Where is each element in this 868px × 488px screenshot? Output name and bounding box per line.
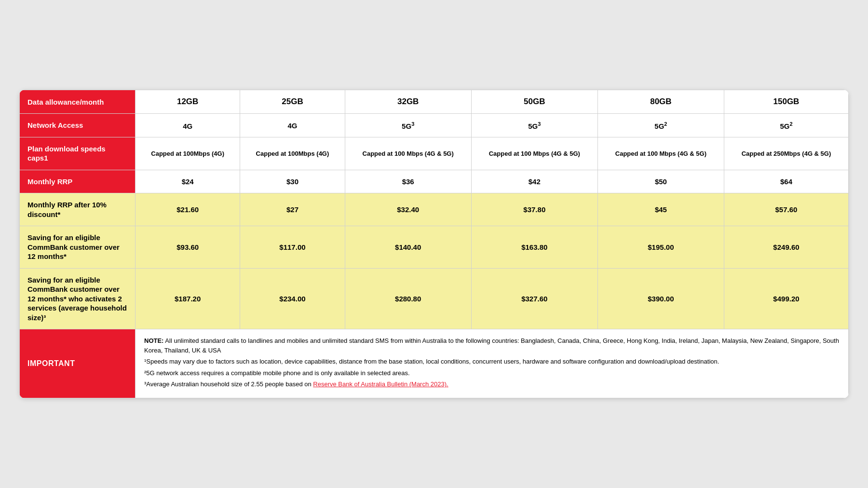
monthly-rrp-discount-col3: $32.40 (345, 193, 471, 226)
monthly-rrp-col4: $42 (471, 170, 597, 193)
footnote2: ²5G network access requires a compatible… (144, 368, 840, 378)
footnote3-pre: ³Average Australian household size of 2.… (144, 380, 313, 388)
pricing-table: Data allowance/month 12GB 25GB 32GB 50GB… (19, 90, 849, 398)
plan-download-col4: Capped at 100 Mbps (4G & 5G) (471, 137, 597, 170)
monthly-rrp-col6: $64 (724, 170, 848, 193)
network-access-col6: 5G2 (724, 114, 848, 137)
saving-2services-col5: $390.00 (597, 268, 724, 329)
plan-download-col2: Capped at 100Mbps (4G) (240, 137, 345, 170)
saving-2services-row: Saving for an eligible CommBank customer… (20, 268, 849, 329)
monthly-rrp-row: Monthly RRP $24 $30 $36 $42 $50 $64 (20, 170, 849, 193)
important-content: NOTE: All unlimited standard calls to la… (136, 329, 849, 398)
plan-download-col3: Capped at 100 Mbps (4G & 5G) (345, 137, 471, 170)
monthly-rrp-discount-col1: $21.60 (136, 193, 240, 226)
saving-12months-row: Saving for an eligible CommBank customer… (20, 226, 849, 269)
header-label-cell: Data allowance/month (20, 90, 136, 114)
monthly-rrp-discount-col6: $57.60 (724, 193, 848, 226)
footnote3: ³Average Australian household size of 2.… (144, 380, 840, 389)
important-row: IMPORTANT NOTE: All unlimited standard c… (20, 329, 849, 398)
network-access-col2: 4G (240, 114, 345, 137)
important-label: IMPORTANT (20, 329, 136, 398)
col-150gb: 150GB (724, 90, 848, 114)
monthly-rrp-discount-row: Monthly RRP after 10% discount* $21.60 $… (20, 193, 849, 226)
network-access-col5: 5G2 (597, 114, 724, 137)
network-access-label: Network Access (20, 114, 136, 137)
saving-2services-col3: $280.80 (345, 268, 471, 329)
plan-download-row: Plan download speeds caps1 Capped at 100… (20, 137, 849, 170)
monthly-rrp-label: Monthly RRP (20, 170, 136, 193)
monthly-rrp-col5: $50 (597, 170, 724, 193)
saving-12months-col6: $249.60 (724, 226, 848, 269)
note-bold: NOTE: (144, 337, 163, 344)
network-access-col4: 5G3 (471, 114, 597, 137)
monthly-rrp-col3: $36 (345, 170, 471, 193)
network-access-col3: 5G3 (345, 114, 471, 137)
plan-download-col5: Capped at 100 Mbps (4G & 5G) (597, 137, 724, 170)
reserve-bank-link[interactable]: Reserve Bank of Australia Bulletin (Marc… (313, 380, 448, 388)
plan-download-col1: Capped at 100Mbps (4G) (136, 137, 240, 170)
monthly-rrp-discount-col2: $27 (240, 193, 345, 226)
col-80gb: 80GB (597, 90, 724, 114)
saving-12months-col1: $93.60 (136, 226, 240, 269)
saving-2services-col4: $327.60 (471, 268, 597, 329)
network-access-row: Network Access 4G 4G 5G3 5G3 5G2 5G2 (20, 114, 849, 137)
saving-2services-col1: $187.20 (136, 268, 240, 329)
monthly-rrp-col2: $30 (240, 170, 345, 193)
monthly-rrp-discount-col4: $37.80 (471, 193, 597, 226)
col-12gb: 12GB (136, 90, 240, 114)
saving-2services-label: Saving for an eligible CommBank customer… (20, 268, 136, 329)
saving-2services-col2: $234.00 (240, 268, 345, 329)
monthly-rrp-col1: $24 (136, 170, 240, 193)
saving-12months-col5: $195.00 (597, 226, 724, 269)
header-label: Data allowance/month (27, 98, 104, 106)
col-32gb: 32GB (345, 90, 471, 114)
note-text: All unlimited standard calls to landline… (144, 337, 839, 354)
pricing-table-container: Data allowance/month 12GB 25GB 32GB 50GB… (19, 90, 849, 398)
col-25gb: 25GB (240, 90, 345, 114)
monthly-rrp-discount-col5: $45 (597, 193, 724, 226)
network-access-col1: 4G (136, 114, 240, 137)
footnote1: ¹Speeds may vary due to factors such as … (144, 357, 840, 366)
header-row: Data allowance/month 12GB 25GB 32GB 50GB… (20, 90, 849, 114)
saving-12months-col2: $117.00 (240, 226, 345, 269)
saving-12months-col3: $140.40 (345, 226, 471, 269)
col-50gb: 50GB (471, 90, 597, 114)
saving-2services-col6: $499.20 (724, 268, 848, 329)
monthly-rrp-discount-label: Monthly RRP after 10% discount* (20, 193, 136, 226)
saving-12months-col4: $163.80 (471, 226, 597, 269)
plan-download-label: Plan download speeds caps1 (20, 137, 136, 170)
saving-12months-label: Saving for an eligible CommBank customer… (20, 226, 136, 269)
important-note: NOTE: All unlimited standard calls to la… (144, 336, 840, 355)
plan-download-col6: Capped at 250Mbps (4G & 5G) (724, 137, 848, 170)
